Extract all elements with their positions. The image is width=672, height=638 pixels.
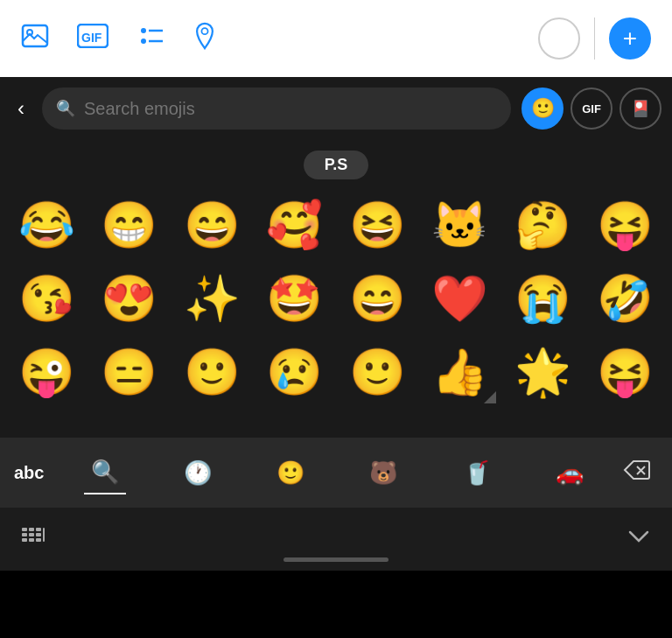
emoji-thinking[interactable]: 🤔: [503, 190, 583, 260]
sticker-icon: 🎴: [631, 99, 650, 118]
back-button[interactable]: ‹: [10, 89, 32, 128]
search-icon: 🔍: [56, 99, 75, 118]
emoji-sparkles[interactable]: ✨: [172, 263, 252, 333]
smiley-kb-icon[interactable]: 🙂: [270, 452, 312, 494]
emoji-sob[interactable]: 😭: [503, 263, 583, 333]
keyboard-icons: 🔍 🕐 🙂 🐻 🥤 🚗: [58, 452, 616, 494]
emoji-stuck-out-tongue-wink[interactable]: 😜: [7, 337, 87, 407]
emoji-simple-smile[interactable]: 🙂: [338, 337, 417, 407]
emoji-tab-button[interactable]: 🙂: [522, 88, 564, 130]
toolbar-right: +: [538, 18, 651, 60]
list-icon[interactable]: [136, 22, 164, 56]
search-kb-icon[interactable]: 🔍: [84, 452, 126, 494]
svg-rect-18: [29, 538, 34, 542]
emoji-slight-smile[interactable]: 🙂: [172, 337, 252, 407]
svg-text:GIF: GIF: [81, 31, 102, 45]
vertical-divider: [594, 18, 595, 60]
ps-badge: P.S: [304, 151, 369, 179]
search-input[interactable]: [84, 99, 497, 119]
emoji-cry[interactable]: 😢: [256, 337, 335, 407]
svg-rect-12: [29, 528, 34, 531]
bottom-bar: [0, 508, 672, 571]
add-button[interactable]: +: [609, 18, 651, 60]
emoji-grinning[interactable]: 😁: [90, 190, 170, 260]
svg-point-4: [141, 28, 146, 33]
svg-rect-14: [22, 533, 27, 536]
emoji-smiling-hearts[interactable]: 🥰: [256, 190, 335, 260]
keyboard-grid-icon[interactable]: [21, 527, 46, 551]
emoji-grid: 😂 😁 😄 🥰 😆 🐱 🤔 😝 😘 😍 ✨ 🤩 😄 ❤️ 😭 🤣 😜 😑 🙂 😢…: [7, 190, 665, 407]
emoji-heart[interactable]: ❤️: [421, 263, 500, 333]
svg-rect-16: [36, 533, 41, 536]
location-icon[interactable]: [192, 22, 217, 56]
svg-rect-20: [43, 528, 45, 542]
search-actions: 🙂 GIF 🎴: [522, 88, 662, 130]
svg-rect-15: [29, 533, 34, 536]
svg-rect-0: [23, 25, 47, 46]
emoji-neutral[interactable]: 😑: [90, 337, 170, 407]
emoji-star-spin[interactable]: 🌟: [503, 337, 583, 407]
svg-rect-13: [36, 528, 41, 531]
emoji-kiss[interactable]: 😘: [7, 263, 87, 333]
gif-tab-icon: GIF: [582, 102, 601, 116]
emoji-laughing-sweat[interactable]: 😆: [338, 190, 417, 260]
abc-label[interactable]: abc: [14, 463, 58, 483]
emoji-crying-laughing[interactable]: 😂: [7, 190, 87, 260]
emoji-open-mouth[interactable]: 😄: [172, 190, 252, 260]
emoji-heart-eyes-2[interactable]: 🤩: [256, 263, 335, 333]
top-toolbar: GIF +: [0, 0, 672, 77]
food-kb-icon[interactable]: 🥤: [456, 452, 498, 494]
toolbar-icons: GIF: [21, 22, 217, 56]
keyboard-bar: abc 🔍 🕐 🙂 🐻 🥤 🚗: [0, 438, 672, 508]
travel-kb-icon[interactable]: 🚗: [549, 452, 591, 494]
svg-rect-17: [22, 538, 27, 542]
emoji-area: P.S 😂 😁 😄 🥰 😆 🐱 🤔 😝 😘 😍 ✨ 🤩 😄 ❤️ 😭 🤣 😜 😑…: [0, 140, 672, 438]
gif-tab-button[interactable]: GIF: [570, 88, 612, 130]
recent-kb-icon[interactable]: 🕐: [177, 452, 219, 494]
svg-point-6: [141, 39, 146, 44]
circle-button[interactable]: [538, 18, 580, 60]
backspace-button[interactable]: [616, 451, 658, 494]
scroll-indicator: [284, 557, 388, 562]
search-box[interactable]: 🔍: [42, 88, 511, 130]
image-icon[interactable]: [21, 22, 49, 56]
emoji-rofl[interactable]: 🤣: [586, 263, 666, 333]
emoji-heart-eyes[interactable]: 😍: [90, 263, 170, 333]
emoji-tongue-wink-2[interactable]: 😝: [586, 337, 666, 407]
chevron-down-icon[interactable]: [626, 527, 651, 551]
emoji-tongue-wink[interactable]: 😝: [586, 190, 666, 260]
corner-badge: [484, 391, 496, 403]
emoji-smiling[interactable]: 😄: [338, 263, 417, 333]
animals-kb-icon[interactable]: 🐻: [362, 452, 404, 494]
sticker-tab-button[interactable]: 🎴: [620, 88, 662, 130]
svg-rect-11: [22, 528, 27, 531]
search-row: ‹ 🔍 🙂 GIF 🎴: [0, 77, 672, 140]
emoji-thumbsup[interactable]: 👍: [421, 337, 500, 407]
svg-point-8: [201, 28, 207, 34]
gif-icon[interactable]: GIF: [77, 24, 108, 54]
emoji-cat[interactable]: 🐱: [421, 190, 500, 260]
svg-rect-19: [36, 538, 41, 542]
smiley-face-icon: 🙂: [531, 97, 555, 120]
